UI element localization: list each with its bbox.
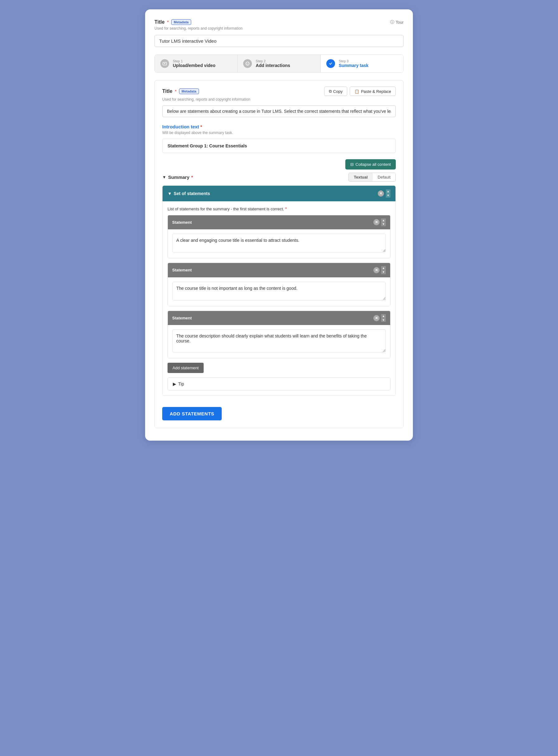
svg-marker-1 [164, 63, 166, 64]
inner-title-input[interactable] [162, 105, 396, 117]
paste-icon: 📋 [354, 89, 359, 94]
inner-title-required: * [175, 89, 177, 94]
inner-metadata-badge[interactable]: Metadata [179, 89, 199, 94]
statements-body: List of statements for the summary - the… [162, 201, 396, 396]
statement-2-controls: ✕ ▲ ▼ [373, 266, 386, 274]
intro-desc: Will be displayed above the summary task… [162, 130, 396, 135]
step-3-num: Step 3 [339, 59, 369, 63]
copy-button[interactable]: ⧉ Copy [324, 87, 347, 96]
statement-1-controls: ✕ ▲ ▼ [373, 218, 386, 226]
statement-3-arrows[interactable]: ▲ ▼ [381, 314, 386, 322]
list-required: * [285, 206, 287, 211]
statements-container: ▼ Set of statements ✕ ▲ ▼ List of statem… [162, 186, 396, 396]
intro-section-heading: Introduction text * [162, 124, 396, 129]
svg-point-3 [247, 63, 247, 64]
statement-item-3: Statement ✕ ▲ ▼ The course description s… [168, 311, 390, 359]
statement-2-close-icon[interactable]: ✕ [373, 267, 380, 273]
top-title-required: * [167, 20, 169, 25]
step-1-num: Step 1 [173, 59, 215, 63]
statement-2-arrows[interactable]: ▲ ▼ [381, 266, 386, 274]
statement-1-arrows[interactable]: ▲ ▼ [381, 218, 386, 226]
step-1-text: Step 1 Upload/embed video [173, 59, 215, 68]
statement-2-textarea[interactable]: The course title is not important as lon… [172, 282, 386, 300]
statements-arrows[interactable]: ▲ ▼ [386, 190, 390, 198]
step-2-icon [243, 59, 252, 68]
tour-icon: ⓘ [390, 19, 394, 25]
statement-2-down-icon[interactable]: ▼ [381, 270, 386, 274]
statement-item-2: Statement ✕ ▲ ▼ The course title is not … [168, 263, 390, 306]
step-2-label: Add interactions [256, 63, 290, 68]
statements-header-left: ▼ Set of statements [168, 191, 210, 196]
add-statement-button[interactable]: Add statement [168, 363, 204, 373]
step-3-text: Step 3 Summary task [339, 59, 369, 68]
tour-label: Tour [396, 20, 404, 25]
svg-point-4 [248, 63, 249, 64]
statements-chevron-icon[interactable]: ▼ [168, 191, 172, 196]
summary-left: ▼ Summary * [162, 174, 193, 180]
step-2-num: Step 2 [256, 59, 290, 63]
inner-title-left: Title * Metadata [162, 89, 199, 94]
statement-1-body: A clear and engaging course title is ess… [168, 229, 390, 258]
summary-label: Summary [168, 174, 189, 180]
paste-label: Paste & Replace [361, 89, 391, 94]
statement-1-up-icon[interactable]: ▲ [381, 218, 386, 222]
statement-1-close-icon[interactable]: ✕ [373, 219, 380, 225]
down-arrow-icon[interactable]: ▼ [386, 194, 390, 198]
statement-2-up-icon[interactable]: ▲ [381, 266, 386, 270]
inner-title-row: Title * Metadata ⧉ Copy 📋 Paste & Replac… [162, 87, 396, 96]
statement-2-label: Statement [172, 268, 192, 272]
top-title-left: Title * Metadata [154, 19, 191, 25]
step-3-label: Summary task [339, 63, 369, 68]
intro-text-box[interactable]: Statement Group 1: Course Essentials [162, 139, 396, 153]
list-label: List of statements for the summary - the… [168, 206, 390, 211]
steps-row: Step 1 Upload/embed video Step 2 Add int… [154, 54, 404, 73]
main-card: Title * Metadata ⓘ Tour Used for searchi… [145, 9, 413, 441]
paste-button[interactable]: 📋 Paste & Replace [350, 87, 396, 96]
summary-chevron-icon[interactable]: ▼ [162, 175, 166, 179]
statement-3-down-icon[interactable]: ▼ [381, 318, 386, 322]
copy-icon: ⧉ [329, 89, 332, 94]
inner-title-label: Title [162, 89, 173, 94]
step-2[interactable]: Step 2 Add interactions [237, 55, 321, 72]
statement-3-close-icon[interactable]: ✕ [373, 315, 380, 321]
copy-label: Copy [333, 89, 343, 94]
top-title-input[interactable] [154, 35, 404, 47]
add-statements-button[interactable]: ADD STATEMENTS [162, 407, 222, 420]
summary-toggle-btns: Textual Default [349, 173, 396, 182]
intro-heading-label: Introduction text [162, 124, 199, 129]
svg-point-2 [246, 62, 249, 66]
statement-1-down-icon[interactable]: ▼ [381, 222, 386, 226]
step-1-label: Upload/embed video [173, 63, 215, 68]
statement-3-controls: ✕ ▲ ▼ [373, 314, 386, 322]
statements-header-right: ✕ ▲ ▼ [378, 190, 390, 198]
summary-required: * [191, 175, 193, 180]
summary-section-row: ▼ Summary * Textual Default [162, 173, 396, 182]
tour-button[interactable]: ⓘ Tour [390, 19, 404, 25]
inner-form: Title * Metadata ⧉ Copy 📋 Paste & Replac… [154, 80, 404, 428]
collapse-row: ⊟ Collapse all content [162, 159, 396, 170]
statements-header-label: Set of statements [174, 191, 210, 196]
intro-required: * [201, 124, 202, 129]
step-3[interactable]: Step 3 Summary task [321, 55, 403, 72]
step-3-icon [326, 59, 335, 68]
statement-3-textarea[interactable]: The course description should clearly ex… [172, 330, 386, 352]
statement-2-body: The course title is not important as lon… [168, 277, 390, 306]
up-arrow-icon[interactable]: ▲ [386, 190, 390, 194]
collapse-all-button[interactable]: ⊟ Collapse all content [345, 159, 396, 170]
statement-1-textarea[interactable]: A clear and engaging course title is ess… [172, 234, 386, 252]
step-1-icon [160, 59, 169, 68]
top-subtitle: Used for searching, reports and copyrigh… [154, 26, 404, 30]
top-title-row: Title * Metadata ⓘ Tour [154, 19, 404, 25]
tip-row[interactable]: ▶ Tip [168, 377, 390, 390]
collapse-label: Collapse all content [356, 162, 391, 167]
step-1[interactable]: Step 1 Upload/embed video [155, 55, 237, 72]
statement-1-header: Statement ✕ ▲ ▼ [168, 215, 390, 230]
statement-3-up-icon[interactable]: ▲ [381, 314, 386, 318]
default-toggle-button[interactable]: Default [373, 173, 396, 181]
top-metadata-badge[interactable]: Metadata [171, 19, 191, 25]
statement-item-1: Statement ✕ ▲ ▼ A clear and engaging cou… [168, 215, 390, 259]
step-2-text: Step 2 Add interactions [256, 59, 290, 68]
statement-3-label: Statement [172, 316, 192, 320]
statements-close-icon[interactable]: ✕ [378, 190, 384, 197]
textual-toggle-button[interactable]: Textual [349, 173, 373, 181]
